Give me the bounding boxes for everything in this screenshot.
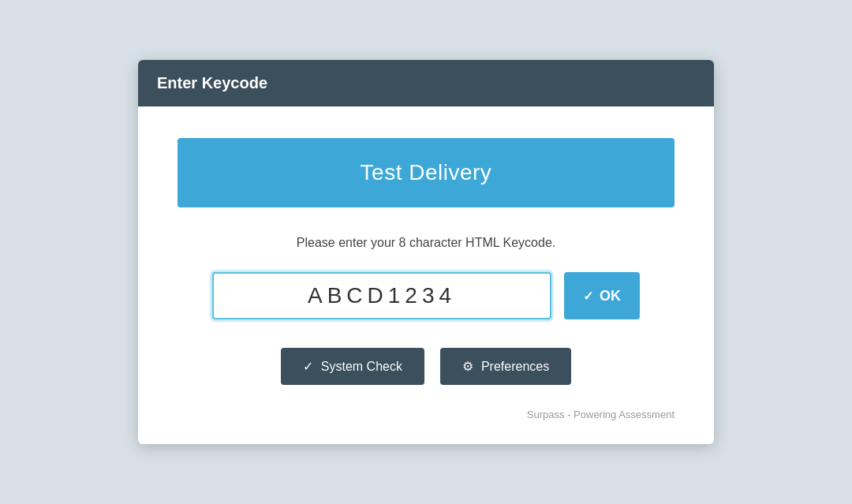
footer-text: Surpass - Powering Assessment [527,409,674,420]
ok-button[interactable]: ✓ OK [564,272,640,319]
instruction-text: Please enter your 8 character HTML Keyco… [297,236,555,250]
system-check-label: System Check [321,360,402,374]
enter-keycode-dialog: Enter Keycode Test Delivery Please enter… [138,60,714,444]
dialog-body: Test Delivery Please enter your 8 charac… [138,106,714,444]
preferences-gear-icon: ⚙ [462,359,473,374]
keycode-input[interactable] [212,272,551,319]
preferences-button[interactable]: ⚙ Preferences [440,348,571,385]
preferences-label: Preferences [481,360,549,374]
ok-button-label: OK [600,288,621,304]
dialog-title: Enter Keycode [157,74,267,91]
banner-text: Test Delivery [361,160,492,185]
action-buttons-row: ✓ System Check ⚙ Preferences [281,348,571,385]
system-check-button[interactable]: ✓ System Check [281,348,424,385]
app-banner: Test Delivery [178,138,674,207]
keycode-input-row: ✓ OK [178,272,674,319]
system-check-icon: ✓ [303,359,313,374]
dialog-header: Enter Keycode [138,60,714,106]
ok-check-icon: ✓ [583,289,593,304]
